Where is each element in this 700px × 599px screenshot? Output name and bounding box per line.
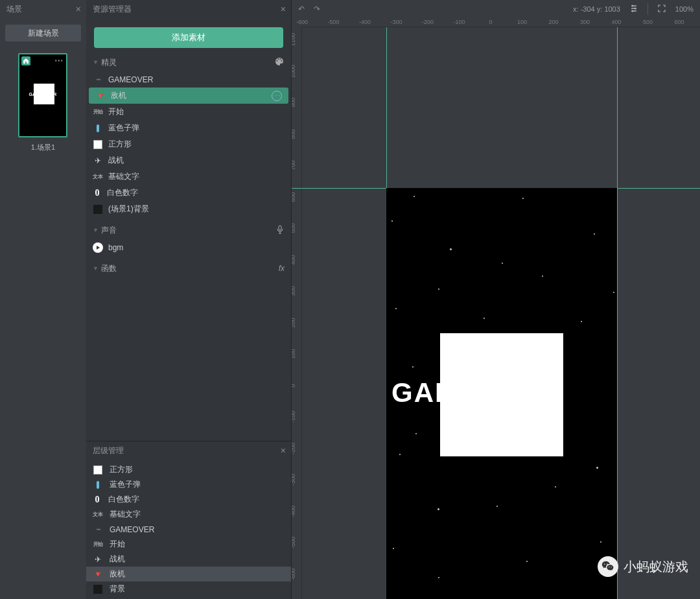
ruler-tick: -500 [292,533,296,552]
layer-square[interactable]: 正方形 [86,462,291,477]
ruler-tick: 400 [292,250,296,270]
layer-start[interactable]: 开始开始 [86,537,291,552]
sprite-item-square[interactable]: 正方形 [86,136,291,152]
ruler-tick: 100 [517,19,527,25]
sprite-item-bullet[interactable]: 蓝色子弹 [86,120,291,136]
layer-text[interactable]: 文本基础文字 [86,507,291,522]
item-label: 基础文字 [108,171,139,182]
add-material-button[interactable]: 添加素材 [94,27,283,48]
white-square-sprite[interactable] [440,333,563,456]
ruler-tick: 100 [292,344,296,364]
sprite-item-bg[interactable]: (场景1)背景 [86,201,291,217]
close-icon[interactable]: × [281,4,286,14]
ruler-tick: 600 [674,19,684,25]
more-icon[interactable]: ⋯ [272,91,282,101]
watermark: 小蚂蚁游戏 [598,556,688,577]
undo-icon[interactable]: ↶ [298,5,305,14]
scenes-panel: 场景 × 新建场景 ••• GAMEOVER 1.场景1 [0,0,86,599]
sprite-item-text[interactable]: 文本 基础文字 [86,169,291,185]
ship-icon: ✈ [93,554,103,565]
item-label: 蓝色子弹 [108,123,139,134]
ruler-tick: 200 [548,19,558,25]
layer-label: 敌机 [110,569,125,580]
layer-label: 基础文字 [110,509,141,520]
sprite-item-start[interactable]: 开始 开始 [86,104,291,120]
resource-title: 资源管理器 [93,4,132,15]
sprite-item-enemy[interactable]: 🔻 敌机 ⋯ [89,88,288,104]
enemy-icon: 🔻 [93,569,103,580]
settings-icon[interactable] [629,4,638,14]
new-scene-button[interactable]: 新建场景 [5,25,81,41]
sound-item-bgm[interactable]: bgm [86,239,291,255]
scene-preview: ••• GAMEOVER [18,53,67,137]
close-icon[interactable]: × [281,445,286,456]
resource-panel: 资源管理器 × 添加素材 ▼ 精灵 ┅ GAMEOVER 🔻 敌机 ⋯ 开始 开… [86,0,292,599]
palette-icon[interactable] [274,56,285,69]
layer-player[interactable]: ✈战机 [86,552,291,567]
mic-icon[interactable] [275,225,285,236]
scene-name: 1.场景1 [18,143,68,152]
fit-icon[interactable] [657,4,666,14]
ruler-vertical: 110010009008007006005004003002001000-100… [292,27,302,599]
coords-display: x: -304 y: 1003 [573,5,620,13]
function-category[interactable]: ▼ 函数 fx [86,259,291,277]
ruler-tick: 1000 [292,62,296,81]
number-icon: 0 [93,495,102,505]
layer-label: 战机 [110,554,125,565]
bg-icon [93,204,103,215]
sprite-category[interactable]: ▼ 精灵 [86,53,291,71]
layer-label: 开始 [110,539,125,550]
add-material-label: 添加素材 [172,32,205,43]
sprite-item-player[interactable]: ✈ 战机 [86,152,291,169]
item-label: 开始 [108,106,124,117]
ruler-tick: -300 [390,19,402,25]
svg-point-3 [631,10,633,12]
start-icon: 开始 [93,539,103,550]
item-label: (场景1)背景 [108,204,149,215]
layer-list: 正方形 蓝色子弹 0白色数字 文本基础文字 ┅GAMEOVER 开始开始 ✈战机… [86,460,291,599]
sprite-item-number[interactable]: 0 白色数字 [86,185,291,201]
ruler-tick: -100 [453,19,465,25]
start-icon: 开始 [93,107,103,117]
scene-menu-icon[interactable]: ••• [54,57,64,64]
guide-vertical-right[interactable] [617,27,618,599]
sprite-item-gameover[interactable]: ┅ GAMEOVER [86,71,291,88]
layer-label: 白色数字 [108,494,139,505]
canvas-area: ↶ ↷ x: -304 y: 1003 100% -600-500-400-30… [292,0,700,599]
text-icon: 文本 [93,510,103,520]
watermark-text: 小蚂蚁游戏 [624,558,688,576]
square-icon [93,139,103,150]
ship-icon: ✈ [93,156,103,166]
layer-bullet[interactable]: 蓝色子弹 [86,477,291,492]
layer-gameover[interactable]: ┅GAMEOVER [86,522,291,537]
square-icon [93,465,103,475]
close-icon[interactable]: × [76,4,81,14]
ruler-tick: -400 [359,19,371,25]
function-category-label: 函数 [101,263,117,274]
gameover-icon: ┅ [93,524,103,535]
layer-label: 正方形 [110,464,133,475]
gameover-icon: ┅ [93,75,103,85]
scene-thumbnail[interactable]: ••• GAMEOVER 1.场景1 [18,53,68,152]
layer-label: 蓝色子弹 [110,479,141,490]
layer-number[interactable]: 0白色数字 [86,492,291,507]
separator [648,3,648,15]
layer-enemy[interactable]: 🔻敌机 [86,567,291,581]
ruler-tick: 500 [643,19,653,25]
ruler-tick: -600 [292,565,296,584]
home-icon [21,56,30,65]
ruler-tick: -100 [292,407,296,427]
layer-bg[interactable]: 背景 [86,581,291,596]
layer-label: 背景 [110,583,125,594]
resource-list: ▼ 精灵 ┅ GAMEOVER 🔻 敌机 ⋯ 开始 开始 蓝色子弹 正方形 [86,53,291,441]
bullet-icon [93,480,103,490]
sound-category[interactable]: ▼ 声音 [86,221,291,239]
item-label: 战机 [108,155,124,166]
zoom-display[interactable]: 100% [675,5,694,13]
layer-label: GAMEOVER [110,525,154,534]
redo-icon[interactable]: ↷ [314,5,320,14]
ruler-tick: -200 [292,439,296,458]
ruler-tick: -600 [296,19,308,25]
fx-icon[interactable]: fx [279,264,285,273]
ruler-tick: 300 [292,281,296,301]
